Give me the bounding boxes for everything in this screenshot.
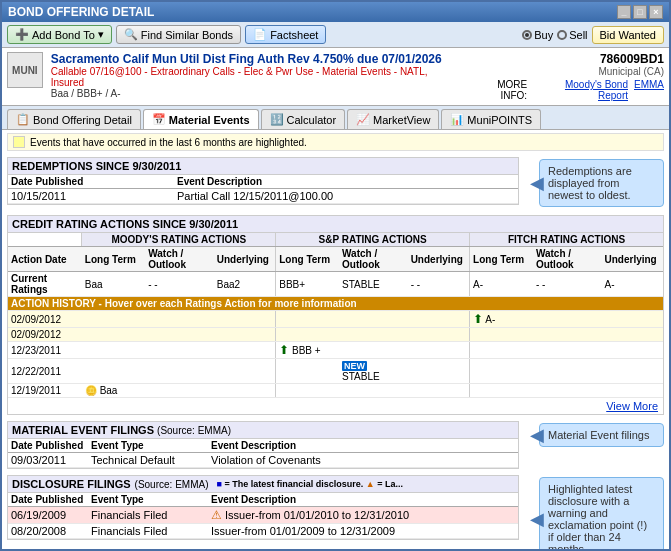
disc-legend: ■ = The latest financial disclosure. ▲ =… <box>216 479 402 489</box>
window-controls: _ □ × <box>617 5 663 19</box>
tab-icon: 📅 <box>152 113 166 126</box>
redemptions-title: REDEMPTIONS SINCE 9/30/2011 <box>8 158 518 175</box>
tab-icon: 🔢 <box>270 113 284 126</box>
disc-type: Financials Filed <box>88 507 208 524</box>
moodys-link[interactable]: Moody's Bond Report <box>533 79 628 101</box>
me-desc: Violation of Covenants <box>208 453 518 468</box>
disc-desc: Issuer-from 01/01/2009 to 12/31/2009 <box>208 524 518 539</box>
material-events-title: MATERIAL EVENT FILINGS (Source: EMMA) <box>8 422 518 439</box>
sell-radio[interactable]: Sell <box>557 29 587 41</box>
history-row-2: 02/09/2012 <box>8 328 663 342</box>
highlight-box <box>13 136 25 148</box>
credit-ratings-table: MOODY'S RATING ACTIONS S&P RATING ACTION… <box>8 233 663 398</box>
disclosure-row: DISCLOSURE FILINGS (Source: EMMA) ■ = Th… <box>2 472 669 551</box>
history-date: 12/19/2011 <box>8 384 82 398</box>
moodys-current-ul: Baa2 <box>214 272 276 297</box>
maximize-button[interactable]: □ <box>633 5 647 19</box>
disc-desc-header: Event Description <box>208 493 518 507</box>
view-more-link[interactable]: View More <box>8 398 663 414</box>
me-desc-header: Event Description <box>208 439 518 453</box>
bond-id: 786009BD1 <box>468 52 664 66</box>
sp-up-arrow: ⬆ <box>279 343 289 357</box>
fitch-lt-header: Long Term <box>470 247 533 272</box>
tab-material-events[interactable]: 📅 Material Events <box>143 109 259 129</box>
redemptions-section: REDEMPTIONS SINCE 9/30/2011 Date Publish… <box>2 154 524 208</box>
minimize-button[interactable]: _ <box>617 5 631 19</box>
disc-desc: ⚠ Issuer-from 01/01/2010 to 12/31/2010 <box>208 507 518 524</box>
history-date: 02/09/2012 <box>8 311 82 328</box>
bond-id-section: 786009BD1 Municipal (CA) MORE INFO: Mood… <box>468 52 664 101</box>
moodys-current-watch: - - <box>145 272 214 297</box>
tab-bond-offering-detail[interactable]: 📋 Bond Offering Detail <box>7 109 141 129</box>
fitch-current-lt: A- <box>470 272 533 297</box>
disclosure-callout-area: ◀ Highlighted latest disclosure with a w… <box>524 472 669 551</box>
bond-callable: Callable 07/16@100 - Extraordinary Calls… <box>51 66 461 88</box>
fitch-ul-header: Underlying <box>601 247 663 272</box>
redemptions-date-header: Date Published <box>8 175 174 189</box>
current-ratings-row: Current Ratings Baa - - Baa2 BBB+ STABLE… <box>8 272 663 297</box>
redemptions-row: REDEMPTIONS SINCE 9/30/2011 Date Publish… <box>2 154 669 212</box>
disc-type: Financials Filed <box>88 524 208 539</box>
fitch-current-watch: - - <box>533 272 602 297</box>
disc-date: 08/20/2008 <box>8 524 88 539</box>
moodys-lt-header: Long Term <box>82 247 145 272</box>
tab-bar: 📋 Bond Offering Detail 📅 Material Events… <box>2 106 669 130</box>
buy-radio[interactable]: Buy <box>522 29 553 41</box>
new-badge: NEW <box>342 361 367 371</box>
highlight-text: Events that have occurred in the last 6 … <box>30 137 307 148</box>
history-row-5: 12/19/2011 🪙 Baa <box>8 384 663 398</box>
callout-arrow-left: ◀ <box>530 172 544 194</box>
history-row-3: 12/23/2011 ⬆ BBB + <box>8 342 663 359</box>
window-title: BOND OFFERING DETAIL <box>8 5 154 19</box>
redemption-date: 10/15/2011 <box>8 189 174 204</box>
moodys-current-lt: Baa <box>82 272 145 297</box>
dropdown-icon: ▾ <box>98 28 104 41</box>
bond-details: Sacramento Calif Mun Util Dist Fing Auth… <box>51 52 461 99</box>
bond-type: Municipal (CA) <box>468 66 664 77</box>
close-button[interactable]: × <box>649 5 663 19</box>
me-date-header: Date Published <box>8 439 88 453</box>
fitch-current-ul: A- <box>601 272 663 297</box>
current-label: Current Ratings <box>8 272 82 297</box>
material-events-callout-area: ◀ Material Event filings <box>524 418 669 452</box>
history-date: 02/09/2012 <box>8 328 82 342</box>
bond-info-bar: MUNI Sacramento Calif Mun Util Dist Fing… <box>2 48 669 106</box>
table-row: 10/15/2011 Partial Call 12/15/2011@100.0… <box>8 189 518 204</box>
sp-current-watch: STABLE <box>339 272 408 297</box>
material-events-section: MATERIAL EVENT FILINGS (Source: EMMA) Da… <box>2 418 524 472</box>
me-type-header: Event Type <box>88 439 208 453</box>
disc-callout-arrow: ◀ <box>530 508 544 530</box>
bid-wanted-button[interactable]: Bid Wanted <box>592 26 664 44</box>
tab-icon: 📋 <box>16 113 30 126</box>
tab-marketview[interactable]: 📈 MarketView <box>347 109 439 129</box>
add-icon: ➕ <box>15 28 29 41</box>
sp-header: S&P RATING ACTIONS <box>276 233 470 247</box>
sell-radio-dot <box>557 30 567 40</box>
disclosure-table: Date Published Event Type Event Descript… <box>8 493 518 539</box>
main-window: BOND OFFERING DETAIL _ □ × ➕ Add Bond To… <box>0 0 671 551</box>
me-type: Technical Default <box>88 453 208 468</box>
warning-icon: ⚠ <box>211 508 222 522</box>
sp-current-lt: BBB+ <box>276 272 339 297</box>
history-row-4: 12/22/2011 NEW STABLE <box>8 359 663 384</box>
tab-icon: 📈 <box>356 113 370 126</box>
emma-link[interactable]: EMMA <box>634 79 664 101</box>
me-date: 09/03/2011 <box>8 453 88 468</box>
tab-munipoints[interactable]: 📊 MuniPOINTS <box>441 109 541 129</box>
tab-calculator[interactable]: 🔢 Calculator <box>261 109 346 129</box>
tab-icon: 📊 <box>450 113 464 126</box>
bond-name: Sacramento Calif Mun Util Dist Fing Auth… <box>51 52 461 66</box>
add-bond-button[interactable]: ➕ Add Bond To ▾ <box>7 25 112 44</box>
search-icon: 🔍 <box>124 28 138 41</box>
doc-icon: 📄 <box>253 28 267 41</box>
credit-ratings-section: CREDIT RATING ACTIONS SINCE 9/30/2011 MO… <box>7 215 664 415</box>
material-events-row: MATERIAL EVENT FILINGS (Source: EMMA) Da… <box>2 418 669 472</box>
redemptions-table: Date Published Event Description 10/15/2… <box>8 175 518 204</box>
disc-date-header: Date Published <box>8 493 88 507</box>
moodys-ul-header: Underlying <box>214 247 276 272</box>
history-date: 12/22/2011 <box>8 359 82 384</box>
title-bar: BOND OFFERING DETAIL _ □ × <box>2 2 669 22</box>
factsheet-button[interactable]: 📄 Factsheet <box>245 25 326 44</box>
find-similar-button[interactable]: 🔍 Find Similar Bonds <box>116 25 241 44</box>
disc-type-header: Event Type <box>88 493 208 507</box>
